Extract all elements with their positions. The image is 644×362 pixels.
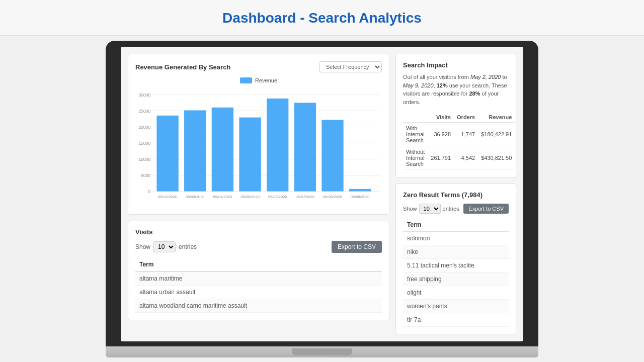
page-header: Dashboard - Search Analytics [0,0,644,36]
svg-text:05/04/2020: 05/04/2020 [213,195,232,199]
chart-title: Revenue Generated By Search [135,63,230,71]
visits-title: Visits [135,228,382,236]
revenue-chart-card: Revenue Generated By Search Select Frequ… [128,54,389,215]
svg-text:10000: 10000 [139,157,151,162]
list-item: free shipping [403,273,509,286]
svg-text:05/05/2020: 05/05/2020 [240,195,260,199]
visit-term-2: altama urban assault [135,286,382,299]
table-row: altama woodland camo maritime assault [135,299,382,313]
legend-color-box [240,77,252,83]
bar-chart-svg: 30000 25000 20000 15000 10000 5000 0 [135,86,382,207]
impact-col-label [403,112,428,123]
svg-text:30000: 30000 [139,93,151,98]
bar-3 [212,108,233,192]
svg-text:05/06/2020: 05/06/2020 [268,195,287,199]
visits-table-controls: Show 10 25 50 entries Export to CSV [135,241,382,253]
impact-visits-without: 261,791 [428,146,454,170]
zero-count-select[interactable]: 10 25 50 [419,204,441,214]
bar-5 [267,99,288,192]
visits-table: Term altama maritime altama urban assaul… [135,258,382,313]
bar-7 [321,120,343,191]
left-panel: Revenue Generated By Search Select Frequ… [128,54,389,334]
svg-text:05/09/2020: 05/09/2020 [351,195,370,199]
visits-column-term: Term [135,258,382,272]
chart-svg-wrapper: 30000 25000 20000 15000 10000 5000 0 [135,86,382,207]
zero-show-label: Show [403,206,417,212]
right-panel: Search Impact Out of all your visitors f… [395,54,516,334]
list-item: solomon [403,232,509,245]
visit-term-1: altama maritime [135,272,382,286]
svg-text:0: 0 [148,189,150,194]
bar-6 [294,103,316,191]
impact-row-with-search: With Internal Search 36,928 1,747 $180,4… [403,123,515,146]
zero-result-terms-card: Zero Result Terms (7,984) Show 10 25 50 … [395,184,516,334]
svg-text:05/08/2020: 05/08/2020 [323,195,342,199]
impact-label-with: With Internal Search [403,123,428,146]
zero-term-column-header: Term [403,219,509,232]
impact-col-revenue: Revenue [478,112,515,123]
visits-card: Visits Show 10 25 50 entries [128,221,389,320]
svg-text:05/03/2020: 05/03/2020 [186,195,205,199]
page-title: Dashboard - Search Analytics [0,10,644,26]
impact-orders-without: 4,542 [454,146,478,170]
list-item: tlr-7a [403,313,509,327]
laptop-screen: Revenue Generated By Search Select Frequ… [121,47,523,341]
search-impact-card: Search Impact Out of all your visitors f… [395,54,516,177]
laptop-base [106,346,538,357]
chart-legend: Revenue [135,77,382,83]
bar-2 [184,110,206,191]
svg-text:20000: 20000 [139,125,151,130]
laptop-notch [292,348,352,355]
bar-8 [349,189,371,192]
visits-show-label: Show [135,243,150,250]
visits-export-button[interactable]: Export to CSV [332,241,382,253]
visit-term-3: altama woodland camo maritime assault [135,299,382,313]
impact-visits-with: 36,928 [428,123,454,146]
list-item: 5.11 tactical men's taclite [403,259,509,273]
search-impact-table: Visits Orders Revenue With Internal Sear… [403,112,515,170]
table-row: altama maritime [135,272,382,286]
search-impact-title: Search Impact [403,61,509,69]
zero-show-entries: Show 10 25 50 entries [403,204,459,214]
visits-entries-label: entries [179,243,197,250]
laptop-screen-frame: Revenue Generated By Search Select Frequ… [106,41,538,346]
svg-text:05/02/2020: 05/02/2020 [158,195,177,199]
list-item: nike [403,245,509,259]
search-impact-description: Out of all your visitors from May 2, 202… [403,73,509,106]
impact-label-without: Without Internal Search [403,146,428,170]
zero-terms-controls: Show 10 25 50 entries Export to CSV [403,204,509,214]
zero-entries-label: entries [443,206,459,212]
chart-card-header: Revenue Generated By Search Select Frequ… [135,61,382,72]
svg-text:25000: 25000 [139,109,151,114]
svg-text:05/07/2020: 05/07/2020 [296,195,315,199]
impact-revenue-with: $180,422.91 [478,123,515,146]
visits-count-select[interactable]: 10 25 50 [153,241,176,252]
impact-revenue-without: $430,821.50 [478,146,515,170]
frequency-select[interactable]: Select Frequency [319,61,382,72]
impact-row-without-search: Without Internal Search 261,791 4,542 $4… [403,146,515,170]
dashboard-content: Revenue Generated By Search Select Frequ… [121,47,523,341]
svg-text:5000: 5000 [141,173,150,178]
visits-show-entries: Show 10 25 50 entries [135,241,197,252]
zero-terms-title: Zero Result Terms (7,984) [403,191,509,199]
bar-1 [156,116,178,192]
impact-col-orders: Orders [454,112,478,123]
table-row: altama urban assault [135,286,382,299]
zero-export-button[interactable]: Export to CSV [463,204,509,214]
svg-text:15000: 15000 [139,141,151,146]
bar-4 [239,118,261,192]
legend-label: Revenue [255,77,277,83]
impact-orders-with: 1,747 [454,123,478,146]
impact-col-visits: Visits [428,112,454,123]
laptop-frame: Revenue Generated By Search Select Frequ… [106,41,538,357]
list-item: olight [403,286,509,300]
list-item: women's pants [403,300,509,313]
